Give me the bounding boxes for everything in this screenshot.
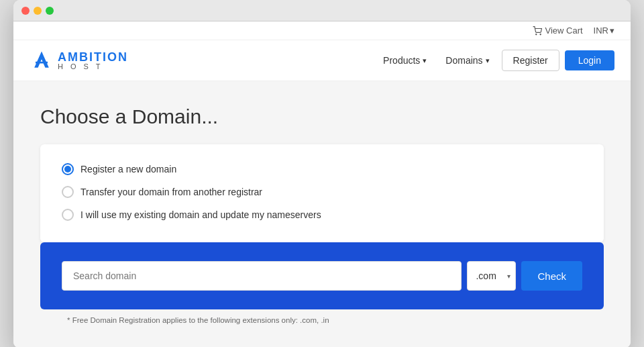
domain-options-card: Register a new domain Transfer your doma… (40, 144, 604, 242)
free-domain-note: * Free Domain Registration applies to th… (40, 316, 604, 324)
radio-transfer-domain-indicator (62, 186, 74, 198)
titlebar (13, 0, 631, 21)
svg-point-0 (536, 34, 537, 34)
radio-existing-domain-label: I will use my existing domain and update… (80, 209, 321, 220)
minimize-button[interactable] (34, 7, 42, 15)
nav-links: Products Domains Register Login (376, 50, 614, 71)
register-button[interactable]: Register (502, 50, 559, 71)
nav-domains[interactable]: Domains (439, 51, 496, 70)
logo-ambition: AMBITION (58, 51, 128, 63)
radio-transfer-domain-label: Transfer your domain from another regist… (80, 187, 262, 197)
radio-new-domain-indicator (62, 163, 74, 175)
maximize-button[interactable] (46, 7, 54, 15)
navbar: AMBITION H O S T Products Domains Regist… (13, 40, 631, 81)
logo-text: AMBITION H O S T (58, 51, 128, 70)
logo[interactable]: AMBITION H O S T (30, 48, 128, 72)
currency-label: INR (594, 26, 608, 36)
radio-existing-domain[interactable]: I will use my existing domain and update… (62, 209, 582, 221)
search-row: .com .in .net .org .co ▾ Check (62, 261, 582, 291)
page-title: Choose a Domain... (40, 105, 604, 128)
utility-bar: View Cart INR ▾ (13, 21, 631, 40)
check-button[interactable]: Check (521, 261, 582, 291)
svg-marker-2 (34, 52, 49, 68)
close-button[interactable] (21, 7, 30, 15)
radio-new-domain-label: Register a new domain (80, 164, 176, 175)
radio-existing-domain-indicator (62, 209, 74, 221)
logo-host: H O S T (58, 63, 128, 70)
radio-transfer-domain[interactable]: Transfer your domain from another regist… (62, 186, 582, 198)
currency-selector[interactable]: INR ▾ (594, 26, 614, 36)
login-button[interactable]: Login (565, 50, 614, 70)
tld-select-wrapper: .com .in .net .org .co ▾ (467, 261, 516, 291)
currency-chevron-icon: ▾ (610, 26, 614, 36)
radio-new-domain[interactable]: Register a new domain (62, 163, 582, 175)
view-cart-button[interactable]: View Cart (533, 26, 582, 36)
cart-icon (533, 26, 542, 36)
browser-window: View Cart INR ▾ AMBITION H O S T Product… (13, 0, 631, 347)
window-controls (21, 7, 54, 15)
domain-search-input[interactable] (62, 261, 462, 291)
cart-label: View Cart (545, 26, 582, 36)
page-content: Choose a Domain... Register a new domain… (13, 81, 631, 347)
radio-group: Register a new domain Transfer your doma… (62, 163, 582, 221)
domain-search-panel: .com .in .net .org .co ▾ Check (40, 242, 604, 309)
svg-rect-3 (36, 62, 48, 64)
logo-icon (30, 48, 54, 72)
nav-products[interactable]: Products (376, 51, 433, 70)
svg-point-1 (541, 34, 541, 34)
tld-select[interactable]: .com .in .net .org .co (467, 261, 516, 291)
